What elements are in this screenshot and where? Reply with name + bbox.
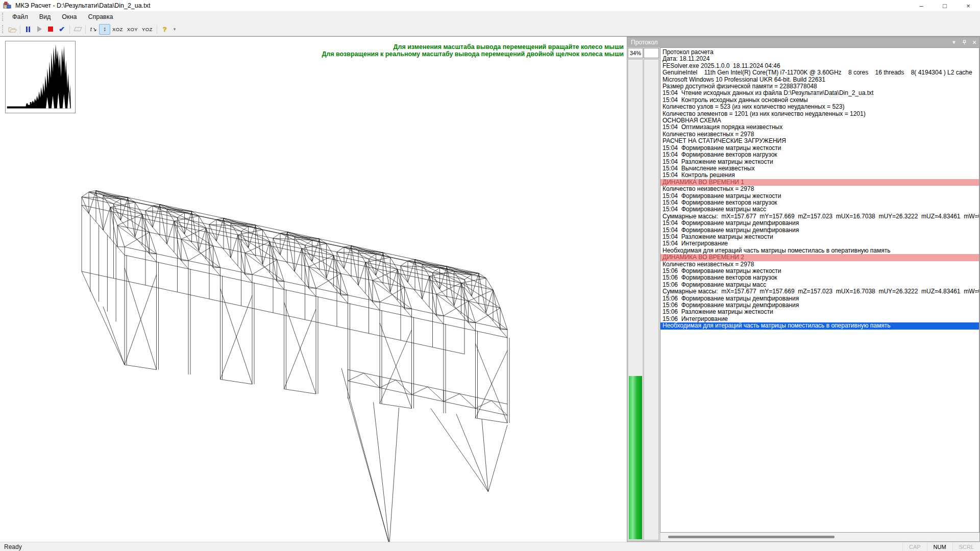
close-button[interactable]: × <box>957 0 980 11</box>
run-icon <box>37 26 42 32</box>
progress-bar-fill <box>629 376 642 539</box>
erase-icon <box>74 27 82 31</box>
status-ready-text: Ready <box>4 543 22 550</box>
app-icon <box>3 2 11 10</box>
protocol-line[interactable]: 15:04 Разложение матрицы жесткости <box>663 234 979 240</box>
plane-xoy-button[interactable]: XOY <box>125 25 140 34</box>
protocol-line[interactable]: Необходимая для итераций часть матрицы п… <box>663 247 979 254</box>
hint-line-1: Для изменения масштаба вывода перемещени… <box>322 43 624 51</box>
protocol-line[interactable]: 15:06 Формирование матрицы масс <box>663 282 979 288</box>
hint-line-2: Для возвращения к реальному масштабу выв… <box>322 51 624 58</box>
toolbar-separator <box>20 25 20 34</box>
protocol-line[interactable]: Microsoft Windows 10 Professional UKR 64… <box>663 77 979 83</box>
run-button[interactable] <box>34 24 45 35</box>
protocol-line[interactable]: 15:06 Разложение матрицы жесткости <box>663 309 979 315</box>
protocol-title: Протокол <box>631 39 949 46</box>
minimize-button[interactable]: – <box>910 0 933 11</box>
protocol-line[interactable]: 15:04 Чтение исходных данных из файла D:… <box>663 90 979 96</box>
accept-button[interactable]: ✔ <box>56 24 67 35</box>
model-wireframe[interactable] <box>0 37 627 542</box>
protocol-title-bar[interactable]: Протокол ▼ × <box>627 37 979 47</box>
vertical-scale-toggle[interactable]: ↕ <box>99 24 110 35</box>
stop-button[interactable] <box>45 24 56 35</box>
protocol-pin-button[interactable] <box>959 38 969 47</box>
protocol-line[interactable]: Количество неизвестных = 2978 <box>663 131 979 138</box>
toolbar-separator <box>69 25 70 34</box>
scroll-lock-indicator: SCRL <box>952 542 980 551</box>
protocol-body: 34% Протокол расчетаДата: 18.11.2024FESo… <box>627 47 979 541</box>
progress-percent-box: 34% <box>628 48 643 58</box>
stop-icon <box>48 27 53 32</box>
menu-windows[interactable]: Окна <box>56 12 82 21</box>
keyboard-lock-indicators: CAP NUM SCRL <box>902 542 980 551</box>
displacement-scale-button[interactable]: t↘ <box>88 24 99 35</box>
application-window: МКЭ Расчет - D:\Результати\Data\Din_2_ua… <box>0 0 980 551</box>
protocol-line[interactable]: РАСЧЕТ НА СТАТИЧЕСКИЕ ЗАГРУЖЕНИЯ <box>663 138 979 144</box>
menubar-gripper[interactable] <box>2 13 5 21</box>
protocol-horizontal-scrollbar[interactable] <box>660 533 979 541</box>
protocol-line[interactable]: Суммарные массы: mX=157.677 mY=157.669 m… <box>663 288 979 295</box>
protocol-close-button[interactable]: × <box>969 38 979 47</box>
toolbar: ✔ t↘ ↕ XOZ XOY YOZ ? ▾ <box>0 22 980 36</box>
protocol-line[interactable]: 15:04 Формирование матрицы жесткости <box>663 193 979 199</box>
protocol-line[interactable]: Протокол расчета <box>663 49 979 56</box>
protocol-line[interactable]: 15:04 Разложение матрицы жесткости <box>663 159 979 165</box>
protocol-line[interactable]: Количество неизвестных = 2978 <box>663 186 979 192</box>
erase-button[interactable] <box>72 24 83 35</box>
protocol-line[interactable]: 15:06 Формирование матрицы жесткости <box>663 268 979 274</box>
protocol-progress-rail: 34% <box>627 47 660 541</box>
protocol-line[interactable]: Количество неизвестных = 2978 <box>663 261 979 268</box>
protocol-line[interactable]: Необходимая для итераций часть матрицы п… <box>660 322 979 329</box>
protocol-dropdown-button[interactable]: ▼ <box>949 38 959 47</box>
protocol-line[interactable]: ДИНАМИКА ВО ВРЕМЕНИ 2 <box>660 254 979 261</box>
protocol-line[interactable]: 15:06 Интегрирование <box>663 316 979 322</box>
menu-file[interactable]: Файл <box>7 12 34 21</box>
protocol-line[interactable]: Дата: 18.11.2024 <box>663 56 979 62</box>
toolbar-overflow-chevron-icon[interactable]: ▾ <box>174 27 176 32</box>
accept-icon: ✔ <box>59 25 65 33</box>
menu-help[interactable]: Справка <box>82 12 118 21</box>
protocol-line[interactable]: 15:04 Формирование матрицы масс <box>663 206 979 213</box>
plane-xoz-button[interactable]: XOZ <box>110 25 125 34</box>
protocol-line[interactable]: Суммарные массы: mX=157.677 mY=157.669 m… <box>663 213 979 220</box>
protocol-line[interactable]: Количество элементов = 1201 (из них коли… <box>663 111 979 117</box>
protocol-line[interactable]: 15:06 Формирование векторов нагрузок <box>663 274 979 281</box>
maximize-button[interactable]: □ <box>933 0 957 11</box>
protocol-line[interactable]: 15:04 Формирование матрицы демпфирования <box>663 227 979 234</box>
protocol-line[interactable]: Размер доступной физической памяти = 228… <box>663 83 979 90</box>
scrollbar-thumb[interactable] <box>668 536 835 538</box>
protocol-line[interactable]: 15:04 Формирование матрицы демпфирования <box>663 220 979 227</box>
protocol-line[interactable]: ДИНАМИКА ВО ВРЕМЕНИ 1 <box>660 179 979 186</box>
vertical-scale-toggle-icon: ↕ <box>103 26 106 33</box>
protocol-line[interactable]: 15:04 Формирование векторов нагрузок <box>663 199 979 206</box>
plane-yoz-button[interactable]: YOZ <box>140 25 155 34</box>
protocol-log[interactable]: Протокол расчетаДата: 18.11.2024FESolver… <box>660 47 979 533</box>
window-title: МКЭ Расчет - D:\Результати\Data\Din_2_ua… <box>15 2 150 9</box>
protocol-line[interactable]: 15:04 Контроль исходных данных основной … <box>663 97 979 104</box>
protocol-line[interactable]: 15:06 Формирование матрицы демпфирования <box>663 295 979 302</box>
protocol-line[interactable]: 15:04 Интегрирование <box>663 240 979 247</box>
toolbar-separator <box>85 25 86 34</box>
menu-view[interactable]: Вид <box>34 12 57 21</box>
toolbar-separator <box>157 25 157 34</box>
progress-bar-primary <box>628 59 643 540</box>
protocol-line[interactable]: 15:04 Вычисление неизвестных <box>663 165 979 172</box>
progress-bar-secondary <box>644 59 659 540</box>
viewport-hints: Для изменения масштаба вывода перемещени… <box>322 43 624 58</box>
protocol-line[interactable]: Количество узлов = 523 (из них количеств… <box>663 104 979 110</box>
protocol-line[interactable]: GenuineIntel 11th Gen Intel(R) Core(TM) … <box>663 69 979 76</box>
open-file-button[interactable] <box>7 24 18 35</box>
protocol-line[interactable]: ОСНОВНАЯ СХЕМА <box>663 117 979 124</box>
protocol-line[interactable]: 15:06 Формирование матрицы демпфирования <box>663 302 979 309</box>
pause-button[interactable] <box>22 24 34 35</box>
load-histogram-graphic <box>6 41 75 113</box>
protocol-line[interactable]: 15:04 Контроль решения <box>663 172 979 179</box>
protocol-line[interactable]: 15:04 Оптимизация порядка неизвестных <box>663 124 979 131</box>
protocol-line[interactable]: 15:04 Формирование векторов нагрузок <box>663 152 979 158</box>
protocol-line[interactable]: FESolver.exe 2025.1.0.0 18.11.2024 04:46 <box>663 63 979 69</box>
toolbar-gripper[interactable] <box>2 25 5 33</box>
protocol-line[interactable]: 15:04 Формирование матрицы жесткости <box>663 145 979 152</box>
help-button[interactable]: ? <box>159 24 170 35</box>
help-icon: ? <box>163 26 167 33</box>
status-bar: Ready CAP NUM SCRL <box>0 542 980 551</box>
